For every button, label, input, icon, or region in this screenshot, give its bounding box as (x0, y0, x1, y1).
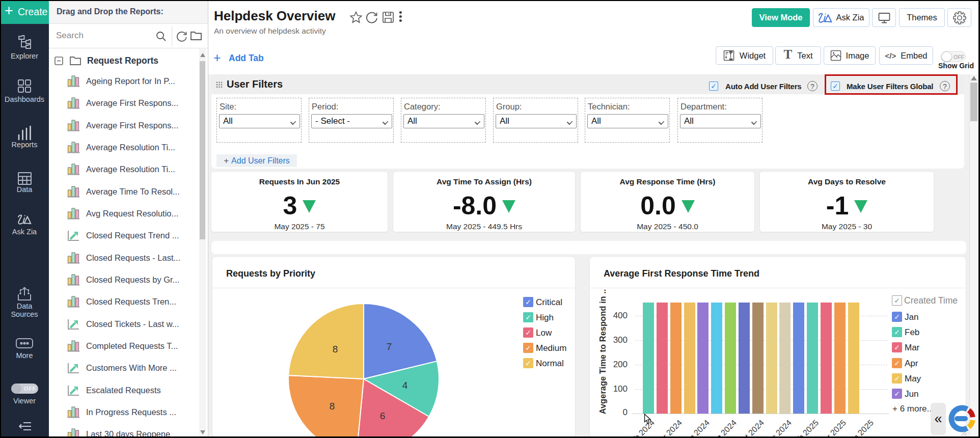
svg-text:7: 7 (387, 341, 392, 352)
svg-text:Aug 2024: Aug 2024 (707, 418, 739, 436)
svg-text:Apr 2024: Apr 2024 (654, 418, 684, 436)
svg-text:8: 8 (333, 344, 338, 354)
svg-text:4: 4 (402, 380, 408, 391)
svg-text:Jun 2024: Jun 2024 (682, 418, 712, 436)
svg-text:Feb 2025: Feb 2025 (790, 418, 820, 436)
svg-text:Feb 2024: Feb 2024 (625, 418, 656, 436)
svg-text:Dec 2024: Dec 2024 (763, 418, 794, 436)
svg-text:Jun 2025: Jun 2025 (846, 418, 876, 436)
svg-text:6: 6 (380, 410, 386, 421)
svg-text:Oct 2024: Oct 2024 (736, 418, 766, 436)
svg-text:Apr 2025: Apr 2025 (818, 418, 848, 436)
svg-text:8: 8 (330, 401, 335, 412)
